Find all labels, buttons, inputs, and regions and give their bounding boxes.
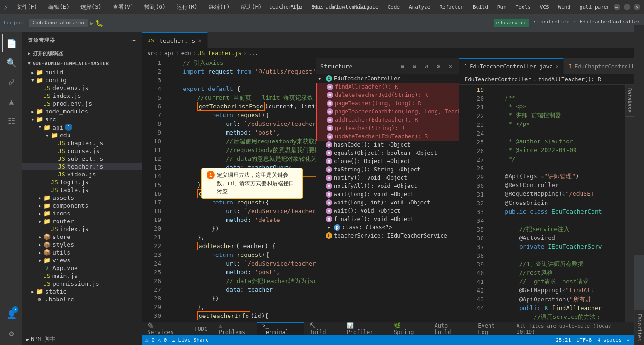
struct-clone[interactable]: m clone(): Object →Object (316, 157, 459, 165)
struct-tostring[interactable]: m toString(): String →Object (316, 165, 459, 174)
activity-git[interactable]: ☍ (2, 73, 20, 91)
struct-btn-1[interactable]: ⊞ (397, 61, 408, 71)
tree-table[interactable]: JS table.js (22, 186, 142, 194)
struct-btn-4[interactable]: ⚙ (433, 61, 443, 71)
struct-wait1[interactable]: m wait(long): void →Object (316, 190, 459, 198)
tree-store[interactable]: ▶ 📦 store (22, 233, 142, 241)
bottom-tab-services[interactable]: 🔌 Services (142, 322, 189, 335)
tree-appvue[interactable]: V App.vue (22, 264, 142, 272)
struct-hashcode[interactable]: m hashCode(): int →Object (316, 141, 459, 149)
npm-scripts[interactable]: ▶ NPM 脚本 (22, 334, 142, 345)
close-button[interactable]: ✕ (634, 4, 640, 10)
tree-login[interactable]: JS login.js (22, 178, 142, 186)
status-errors[interactable]: ⚠ 0 △ 0 (145, 337, 167, 343)
tree-teacher[interactable]: JS teacher.js (22, 163, 142, 170)
status-liveshare[interactable]: ☁ Live Share (172, 337, 208, 343)
activity-debug[interactable]: ▲ (2, 92, 20, 110)
struct-notify[interactable]: m notify(): void →Object (316, 174, 459, 182)
tree-subject[interactable]: JS subject.js (22, 155, 142, 163)
status-check[interactable]: ✓ (627, 337, 630, 343)
tree-views[interactable]: ▶ 📁 views (22, 256, 142, 264)
struct-root[interactable]: ▼ C EduTeacherController (316, 74, 459, 83)
menu-goto[interactable]: 转到(G) (142, 2, 168, 12)
java-tab-teacher[interactable]: J EduTeacherController.java × (459, 58, 564, 74)
menu-view[interactable]: 查看(V) (110, 2, 137, 12)
struct-teacher-service[interactable]: f teacherService: IEduTeacherService (316, 232, 459, 240)
bottom-tab-build[interactable]: 🔨 Build (304, 322, 341, 335)
status-spaces[interactable]: 4 spaces (597, 337, 621, 343)
tree-api[interactable]: ▼ 📁 api 1 (22, 123, 142, 131)
activity-extensions[interactable]: ☷ (2, 111, 20, 130)
favorites-side-tab[interactable]: Favorites (634, 310, 644, 345)
bottom-tab-todo[interactable]: TODO (189, 322, 213, 335)
tab-close-btn[interactable]: × (198, 37, 201, 44)
root-folder-section[interactable]: ▼ VUE-ADMIN-TEMPLATE-MASTER (22, 59, 142, 68)
struct-page[interactable]: m pageTeacher(long, long): R (316, 99, 459, 107)
tree-static[interactable]: ▶ 📁 static (22, 288, 142, 295)
tree-edu[interactable]: ▼ 📁 edu (22, 131, 142, 139)
struct-wait2[interactable]: m wait(long, int): void →Object (316, 198, 459, 207)
struct-btn-2[interactable]: ⊟ (409, 61, 420, 71)
bottom-tab-problems[interactable]: ⚠ Problems (213, 322, 257, 335)
bottom-tab-spring[interactable]: 🌿 Spring (388, 322, 429, 335)
tree-assets[interactable]: ▶ 📁 assets (22, 194, 142, 202)
struct-add[interactable]: m addTeacher(EduTeacher): R (316, 116, 459, 124)
tree-prod-env[interactable]: JS prod.env.js (22, 100, 142, 107)
tree-permission[interactable]: JS permission.js (22, 280, 142, 288)
struct-find-all[interactable]: m findAllTeacher(): R (316, 83, 459, 91)
tree-dev-env[interactable]: JS dev.env.js (22, 84, 142, 92)
bottom-tab-terminal[interactable]: >_ Terminal (257, 322, 304, 335)
bottom-tab-autobuild[interactable]: Auto-build (429, 322, 472, 335)
tree-build[interactable]: ▶ 📁 build (22, 68, 142, 76)
tree-styles[interactable]: ▶ 📦 styles (22, 241, 142, 249)
activity-explorer[interactable]: 📄 (2, 34, 20, 52)
tree-icons[interactable]: ▶ 📁 icons (22, 209, 142, 217)
tree-components[interactable]: ▶ 📁 components (22, 202, 142, 209)
activity-search[interactable]: 🔍 (2, 53, 20, 72)
tree-router[interactable]: ▶ 📁 router (22, 217, 142, 225)
bottom-tab-profiler[interactable]: 📊 Profiler (341, 322, 389, 335)
tab-teacher-js[interactable]: JS teacher.js × (142, 32, 208, 48)
tree-index-config[interactable]: JS index.js (22, 92, 142, 100)
menu-file[interactable]: 文件(F) (14, 2, 40, 12)
java-tab-close[interactable]: × (556, 63, 559, 70)
tree-main[interactable]: JS main.js (22, 272, 142, 280)
struct-notifyall[interactable]: m notifyAll(): void →Object (316, 182, 459, 190)
debug-button[interactable]: 🐛 (95, 19, 103, 27)
tree-babelrc[interactable]: ⚙ .babelrc (22, 295, 142, 303)
open-editors-section[interactable]: ▶ 打开的编辑器 (22, 48, 142, 59)
activity-settings[interactable]: ⚙ (2, 324, 20, 342)
status-position[interactable]: 25:21 (556, 337, 571, 343)
struct-update[interactable]: m updateTeacher(EduTeacher): R (316, 132, 459, 141)
struct-btn-3[interactable]: ↺ (421, 61, 431, 71)
run-config-label[interactable]: CodeGenerator.run (29, 19, 88, 27)
menu-terminal[interactable]: 终端(T) (206, 2, 233, 12)
struct-equals[interactable]: m equals(Object): boolean →Object (316, 149, 459, 157)
struct-btn-5[interactable]: ✕ (445, 61, 455, 71)
bottom-tab-eventlog[interactable]: Event Log (472, 322, 513, 335)
run-button[interactable]: ▶ (90, 19, 93, 27)
menu-help[interactable]: 帮助(H) (238, 2, 264, 12)
tree-node-modules[interactable]: ▶ 📁 node_modules (22, 107, 142, 115)
menu-edit[interactable]: 编辑(E) (46, 2, 72, 12)
java-tab-chapter[interactable]: J EduChapterController.java (564, 58, 634, 74)
tree-utils[interactable]: ▶ 📦 utils (22, 249, 142, 256)
menu-run[interactable]: 运行(R) (174, 2, 201, 12)
struct-wait3[interactable]: m wait(): void →Object (316, 207, 459, 215)
maximize-button[interactable]: □ (624, 4, 630, 10)
struct-delete[interactable]: m deleteTeacherById(String): R (316, 91, 459, 99)
database-label[interactable]: Database (625, 85, 634, 117)
tree-chapter[interactable]: JS chapter.js (22, 139, 142, 147)
minimize-button[interactable]: — (614, 4, 620, 10)
tree-src[interactable]: ▼ 📁 src (22, 115, 142, 123)
activity-account[interactable]: 👤 3 (2, 305, 20, 323)
struct-class[interactable]: ▶ p class: Class<?> (316, 223, 459, 232)
status-encoding[interactable]: UTF-8 (576, 337, 592, 343)
tree-config[interactable]: ▼ 📁 config (22, 76, 142, 84)
tree-router-index[interactable]: JS index.js (22, 225, 142, 233)
sidebar-menu-icon[interactable]: ⋯ (131, 36, 136, 45)
struct-finalize[interactable]: m finalize(): void →Object (316, 215, 459, 223)
tree-course[interactable]: JS course.js (22, 147, 142, 155)
struct-page-cond[interactable]: m pageTeacherCondition(long, long, Teach… (316, 107, 459, 116)
tree-video[interactable]: JS video.js (22, 170, 142, 178)
